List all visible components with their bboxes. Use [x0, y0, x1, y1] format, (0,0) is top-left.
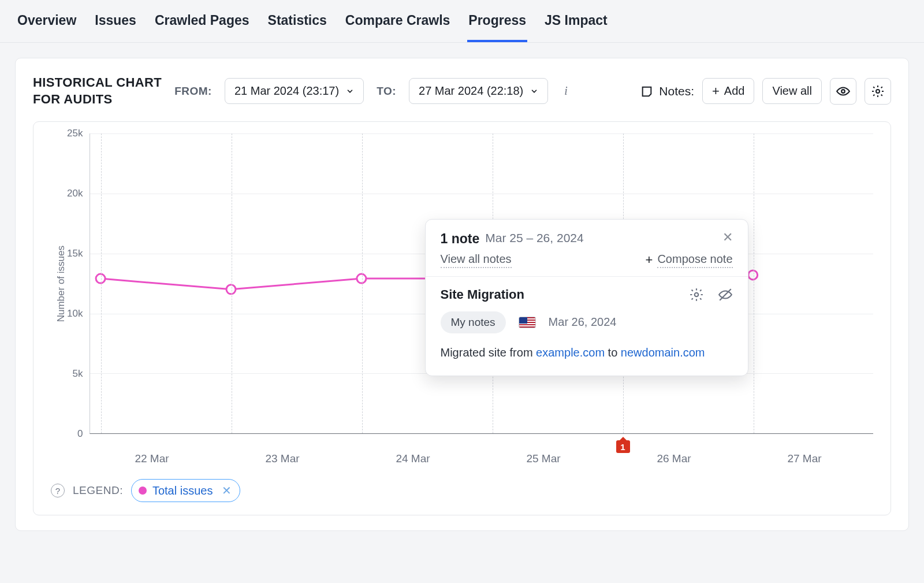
tab-issues[interactable]: Issues: [94, 7, 137, 42]
from-date-value: 21 Mar 2024 (23:17): [234, 84, 339, 98]
x-tick: 23 Mar: [217, 452, 348, 465]
from-date-picker[interactable]: 21 Mar 2024 (23:17): [225, 78, 364, 104]
notes-controls: Notes: + Add View all: [640, 78, 891, 105]
notes-label-text: Notes:: [659, 84, 694, 98]
legend-label: LEGEND:: [73, 484, 123, 497]
tab-overview[interactable]: Overview: [16, 7, 77, 42]
legend-item-total-issues[interactable]: Total issues ✕: [131, 479, 241, 502]
note-icon: [640, 85, 653, 98]
x-tick: 25 Mar: [478, 452, 609, 465]
tab-compare-crawls[interactable]: Compare Crawls: [344, 7, 452, 42]
svg-point-8: [694, 293, 698, 297]
note-link-2[interactable]: newdomain.com: [621, 346, 705, 359]
view-all-notes-button[interactable]: View all: [762, 78, 822, 104]
to-label: TO:: [377, 85, 396, 98]
panel-title-line2: FOR AUDITS: [33, 92, 113, 106]
chart-card: Number of issues 25k 20k 15k 10k 5k 0: [33, 121, 891, 515]
note-title: Site Migration: [441, 287, 524, 302]
tabs: Overview Issues Crawled Pages Statistics…: [0, 0, 924, 43]
settings-button[interactable]: [865, 78, 891, 105]
svg-point-0: [841, 90, 845, 93]
visibility-button[interactable]: [830, 78, 856, 105]
info-icon[interactable]: i: [561, 84, 571, 98]
x-tick: 22 Mar: [87, 452, 217, 465]
x-tick: 27 Mar: [739, 452, 870, 465]
note-date: Mar 26, 2024: [549, 315, 617, 329]
note-category-pill[interactable]: My notes: [441, 311, 506, 333]
remove-legend-icon[interactable]: ✕: [222, 484, 232, 497]
tab-crawled-pages[interactable]: Crawled Pages: [154, 7, 251, 42]
note-body: Migrated site from example.com to newdom…: [441, 344, 733, 362]
from-label: FROM:: [174, 85, 212, 98]
x-tick: 26 Mar: [609, 452, 739, 465]
view-all-label: View all: [772, 84, 812, 98]
note-popover: 1 note Mar 25 – 26, 2024 ✕ View all note…: [425, 219, 748, 376]
to-date-value: 27 Mar 2024 (22:18): [419, 84, 523, 98]
panel-header: HISTORICAL CHART FOR AUDITS FROM: 21 Mar…: [16, 75, 908, 121]
svg-point-1: [876, 90, 880, 93]
panel-title-line1: HISTORICAL CHART: [33, 75, 162, 90]
note-link-1[interactable]: example.com: [536, 346, 605, 359]
close-icon[interactable]: ✕: [722, 231, 733, 247]
chevron-down-icon: [530, 87, 538, 95]
chart-area: Number of issues 25k 20k 15k 10k 5k 0: [51, 133, 873, 434]
notes-label: Notes:: [640, 84, 694, 98]
flag-us-icon: [519, 317, 536, 328]
historical-chart-panel: HISTORICAL CHART FOR AUDITS FROM: 21 Mar…: [15, 58, 909, 531]
eye-icon: [836, 84, 851, 99]
chevron-down-icon: [346, 87, 354, 95]
hide-icon[interactable]: [718, 287, 733, 302]
y-axis-title: Number of issues: [51, 246, 67, 322]
tab-progress[interactable]: Progress: [467, 7, 527, 42]
to-date-picker[interactable]: 27 Mar 2024 (22:18): [409, 78, 548, 104]
legend-item-label: Total issues: [152, 484, 213, 497]
add-note-button[interactable]: + Add: [702, 78, 754, 104]
plus-icon: +: [646, 254, 653, 266]
compose-note-link[interactable]: + Compose note: [646, 252, 733, 268]
gear-icon[interactable]: [689, 287, 704, 302]
popover-range: Mar 25 – 26, 2024: [485, 231, 583, 247]
help-icon[interactable]: ?: [51, 484, 65, 497]
y-axis-ticks: 25k 20k 15k 10k 5k 0: [67, 133, 90, 434]
view-all-notes-link[interactable]: View all notes: [441, 252, 512, 268]
legend-dot-icon: [139, 487, 147, 495]
x-tick: 24 Mar: [348, 452, 478, 465]
legend: ? LEGEND: Total issues ✕: [51, 479, 873, 502]
plot-area[interactable]: 1 note Mar 25 – 26, 2024 ✕ View all note…: [90, 133, 873, 434]
compose-note-label: Compose note: [657, 252, 732, 268]
gear-icon: [871, 84, 885, 98]
add-note-label: Add: [724, 84, 745, 98]
panel-title: HISTORICAL CHART FOR AUDITS: [33, 75, 162, 107]
plus-icon: +: [712, 85, 720, 98]
tab-js-impact[interactable]: JS Impact: [543, 7, 609, 42]
x-axis-ticks: 22 Mar23 Mar24 Mar25 Mar26 Mar27 Mar: [87, 434, 873, 465]
note-marker[interactable]: 1: [616, 440, 630, 453]
tab-statistics[interactable]: Statistics: [267, 7, 328, 42]
popover-count: 1 note: [441, 231, 480, 247]
